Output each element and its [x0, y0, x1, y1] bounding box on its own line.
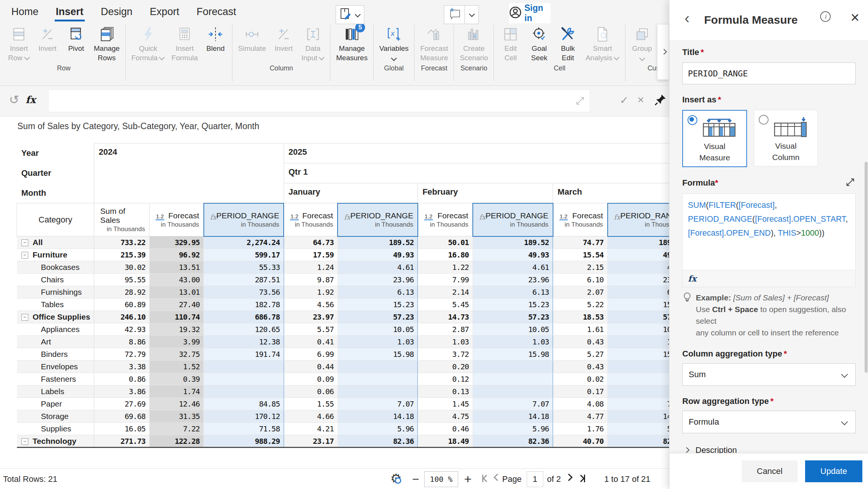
cell-value[interactable]: 3.72: [418, 348, 473, 361]
table-row-technology[interactable]: −Technology271.73122.28988.2923.1782.361…: [17, 435, 688, 448]
cell-value[interactable]: 5.22: [553, 299, 608, 311]
ribbon-manage-measures-button[interactable]: 5ManageMeasures: [333, 25, 370, 62]
first-page-button[interactable]: [482, 475, 489, 482]
cell-value[interactable]: 120.65: [204, 323, 284, 336]
ribbon-variables-button[interactable]: xVariables: [377, 25, 411, 62]
cell-value[interactable]: 42.93: [94, 323, 150, 336]
table-row-paper[interactable]: Paper27.6912.4684.851.557.071.457.074.08…: [17, 398, 688, 410]
page-number-input[interactable]: 1: [527, 471, 543, 487]
tab-export[interactable]: Export: [150, 6, 179, 23]
cell-value[interactable]: 57.23: [473, 311, 553, 323]
collapse-icon[interactable]: −: [21, 438, 28, 445]
row-label[interactable]: −Office Supplies: [17, 311, 94, 323]
table-row-office-supplies[interactable]: −Office Supplies246.10110.74686.7823.975…: [17, 311, 688, 323]
cell-value[interactable]: 15.23: [473, 299, 553, 311]
cell-value[interactable]: 0.44: [284, 361, 338, 373]
zoom-in-button[interactable]: +: [464, 472, 472, 486]
cell-value[interactable]: 9.87: [284, 274, 338, 286]
cell-value[interactable]: 2.07: [553, 286, 608, 299]
cell-value[interactable]: 2.14: [418, 286, 473, 299]
cell-value[interactable]: 7.99: [418, 274, 473, 286]
sign-in-button[interactable]: Sign in: [509, 3, 550, 23]
cell-value[interactable]: 84.85: [204, 398, 284, 410]
cell-value[interactable]: 4.08: [553, 398, 608, 410]
cell-value[interactable]: 15.54: [553, 249, 608, 261]
cell-value[interactable]: 73.56: [204, 286, 284, 299]
cell-value[interactable]: 599.17: [204, 249, 284, 261]
cell-value[interactable]: 271.73: [94, 435, 150, 448]
cell-value[interactable]: 57.23: [338, 311, 418, 323]
cell-value[interactable]: 1.45: [418, 398, 473, 410]
cell-value[interactable]: 0.46: [418, 423, 473, 435]
cell-value[interactable]: 4.56: [284, 299, 338, 311]
cell-value[interactable]: 0.41: [284, 336, 338, 348]
cell-value[interactable]: 1.03: [418, 336, 473, 348]
cell-value[interactable]: 23.17: [284, 435, 338, 448]
row-label[interactable]: Chairs: [17, 274, 94, 286]
row-label[interactable]: Tables: [17, 299, 94, 311]
next-page-button[interactable]: [566, 475, 572, 480]
cell-value[interactable]: 60.89: [94, 299, 150, 311]
cell-value[interactable]: 15.98: [338, 348, 418, 361]
cell-value[interactable]: [338, 373, 418, 385]
cell-value[interactable]: 686.78: [204, 311, 284, 323]
table-row-all[interactable]: −All733.22329.952,274.2464.73189.5250.01…: [17, 236, 688, 249]
cell-value[interactable]: 14.73: [418, 311, 473, 323]
cell-value[interactable]: 0.39: [150, 373, 204, 385]
cell-value[interactable]: 49.93: [473, 249, 553, 261]
cell-value[interactable]: 246.10: [94, 311, 150, 323]
cell-value[interactable]: 2.87: [418, 323, 473, 336]
row-aggregation-select[interactable]: Formula: [682, 411, 856, 433]
table-row-fasteners[interactable]: Fasteners0.860.390.090.120.02: [17, 373, 688, 385]
table-row-tables[interactable]: Tables60.8927.40182.784.5615.235.4515.23…: [17, 299, 688, 311]
table-row-bookcases[interactable]: Bookcases30.0213.5155.331.244.611.224.61…: [17, 261, 688, 274]
edit-mode-dropdown-button[interactable]: [336, 5, 364, 24]
cell-value[interactable]: 23.96: [473, 274, 553, 286]
tab-home[interactable]: Home: [11, 6, 38, 23]
table-row-appliances[interactable]: Appliances42.9319.32120.655.5710.052.871…: [17, 323, 688, 336]
column-aggregation-select[interactable]: Sum: [682, 363, 856, 386]
cell-value[interactable]: [473, 361, 553, 373]
row-label[interactable]: Fasteners: [17, 373, 94, 385]
comment-dropdown-button[interactable]: [465, 5, 479, 24]
cell-value[interactable]: [204, 385, 284, 398]
cell-value[interactable]: 17.59: [284, 249, 338, 261]
cell-value[interactable]: 8.86: [94, 336, 150, 348]
previous-page-button[interactable]: [494, 475, 500, 480]
expand-formula-icon[interactable]: [575, 96, 585, 107]
cell-value[interactable]: [204, 373, 284, 385]
table-row-art[interactable]: Art8.863.9912.380.411.031.031.030.431.03: [17, 336, 688, 348]
insert-as-option-visual-measure[interactable]: VisualMeasure: [682, 110, 747, 167]
cell-value[interactable]: 1.52: [150, 361, 204, 373]
table-row-supplies[interactable]: Supplies16.057.2271.584.215.960.465.961.…: [17, 423, 688, 435]
cell-value[interactable]: 1.74: [150, 385, 204, 398]
cell-value[interactable]: 4.61: [473, 261, 553, 274]
cell-value[interactable]: 95.55: [94, 274, 150, 286]
row-label[interactable]: Supplies: [17, 423, 94, 435]
cell-value[interactable]: 15.23: [338, 299, 418, 311]
title-field[interactable]: PERIOD_RANGE: [682, 62, 856, 84]
collapse-icon[interactable]: −: [21, 239, 28, 246]
table-row-binders[interactable]: Binders72.7932.75191.746.9915.983.7215.9…: [17, 348, 688, 361]
cell-value[interactable]: 82.36: [338, 435, 418, 448]
row-label[interactable]: −All: [17, 236, 94, 249]
cell-value[interactable]: 55.33: [204, 261, 284, 274]
pin-icon[interactable]: [654, 93, 667, 108]
info-icon[interactable]: i: [820, 11, 831, 22]
cell-value[interactable]: 69.68: [94, 410, 150, 423]
cell-value[interactable]: 32.75: [150, 348, 204, 361]
cell-value[interactable]: 0.02: [553, 373, 608, 385]
cell-value[interactable]: 189.52: [473, 236, 553, 249]
cell-value[interactable]: 0.43: [553, 336, 608, 348]
confirm-formula-icon[interactable]: ✓: [620, 94, 628, 107]
cell-value[interactable]: 1.22: [418, 261, 473, 274]
last-page-button[interactable]: [578, 475, 585, 482]
cell-value[interactable]: 191.74: [204, 348, 284, 361]
cell-value[interactable]: 7.22: [150, 423, 204, 435]
cell-value[interactable]: 13.51: [150, 261, 204, 274]
cell-value[interactable]: 2.15: [553, 261, 608, 274]
cell-value[interactable]: 27.40: [150, 299, 204, 311]
formula-editor[interactable]: SUM(FILTER([Forecast],PERIOD_RANGE([Fore…: [682, 193, 856, 270]
cell-value[interactable]: 16.80: [418, 249, 473, 261]
table-row-labels[interactable]: Labels3.861.740.060.130.17: [17, 385, 688, 398]
